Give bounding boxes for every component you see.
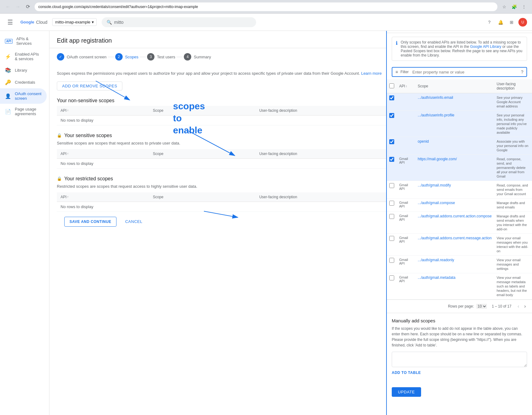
next-page-button[interactable]: › [523,302,527,310]
row-desc-5: Manage drafts and send emails [494,199,532,212]
table-row: Gmail API .../auth/gmail.addons.current.… [387,234,532,256]
row-scope-2: openid [415,137,494,155]
col-header-desc: User-facing description [494,79,532,93]
project-selector[interactable]: mitto-imap-example ▾ [52,18,96,26]
row-checkbox-3[interactable] [389,157,394,162]
notifications-icon[interactable]: 🔔 [496,18,505,27]
row-scope-1: .../auth/userinfo.profile [415,111,494,137]
manually-add-section: Manually add scopes If the scopes you wo… [387,313,532,382]
row-desc-0: See your primary Google Account email ad… [494,93,532,111]
table-row: Gmail API .../auth/gmail.addons.current.… [387,212,532,234]
row-checkbox-0[interactable] [389,95,394,100]
save-continue-button[interactable]: SAVE AND CONTINUE [64,217,116,227]
step-circle-3: 3 [147,53,154,61]
row-scope-3: https://mail.google.com/ [415,155,494,181]
right-panel: Update selected scopes ✕ ℹ Only scopes f… [386,14,532,415]
row-desc-4: Read, compose, and send emails from your… [494,181,532,199]
sidebar-item-library[interactable]: 📚 Library [0,64,47,76]
info-text: Only scopes for enabled APIs are listed … [401,40,523,57]
prev-page-button[interactable]: ‹ [516,302,520,310]
manually-add-title: Manually add scopes [392,318,527,323]
oauth-icon: 👤 [5,93,11,99]
sidebar-item-credentials[interactable]: 🔑 Credentials [0,76,47,88]
lock-icon-restricted: 🔒 [57,176,62,181]
row-checkbox-8[interactable] [389,258,394,263]
row-checkbox-cell [387,137,397,155]
row-scope-8: .../auth/gmail.readonly [415,256,494,273]
sidebar-label-api-services: APIs & Services [16,36,42,46]
page-usage-icon: 📄 [5,109,11,115]
enabled-apis-icon: ⚡ [5,54,11,60]
help-icon[interactable]: ? [485,18,494,27]
back-button[interactable]: ← [4,2,12,11]
row-checkbox-7[interactable] [389,236,394,241]
google-api-library-link[interactable]: Google API Library [470,44,501,49]
sidebar-item-page-usage[interactable]: 📄 Page usage agreements [0,104,47,119]
row-scope-6: .../auth/gmail.addons.current.action.com… [415,212,494,234]
table-row: Gmail API .../auth/gmail.modify Read, co… [387,181,532,199]
row-checkbox-cell [387,212,397,234]
row-checkbox-2[interactable] [389,139,394,144]
row-scope-9: .../auth/gmail.metadata [415,273,494,300]
update-button[interactable]: UPDATE [392,387,421,397]
row-checkbox-cell [387,256,397,273]
step-label-2: Scopes [125,55,138,59]
avatar[interactable]: U [518,18,527,27]
col-header-scope: Scope [415,79,494,93]
table-row: Gmail API .../auth/gmail.metadata View y… [387,273,532,300]
search-text: mitto [114,20,124,25]
add-scope-button[interactable]: ADD OR REMOVE SCOPES [57,82,122,90]
row-checkbox-cell [387,234,397,256]
row-desc-2: Associate you with your personal info on… [494,137,532,155]
learn-more-link[interactable]: Learn more [361,71,382,76]
row-checkbox-5[interactable] [389,201,394,206]
row-api-2 [397,137,415,155]
step-oauth: ✓ OAuth consent screen [57,53,107,61]
sidebar-item-enabled-apis[interactable]: ⚡ Enabled APIs & services [0,49,47,64]
sidebar-item-oauth-consent[interactable]: 👤 OAuth consent screen [0,88,47,104]
step-test-users: 3 Test users [147,53,175,61]
step-scopes: 2 Scopes [115,53,138,61]
search-bar[interactable]: 🔍 mitto [102,17,256,27]
row-desc-1: See your personal info, including any pe… [494,111,532,137]
sidebar-label-oauth: OAuth consent screen [15,91,42,101]
sidebar-item-api-services[interactable]: API APIs & Services [0,33,47,49]
col-scope-s: Scope [149,149,255,159]
apps-icon[interactable]: ⊞ [507,18,516,27]
step-sep-1 [108,57,114,57]
cancel-button[interactable]: CANCEL [120,217,147,226]
bookmark-icon[interactable]: ☆ [500,2,509,11]
row-api-4: Gmail API [397,181,415,199]
rows-per-page-label: Rows per page: [448,304,474,308]
info-icon: ℹ [396,40,398,46]
add-to-table-button[interactable]: ADD TO TABLE [392,368,421,377]
col-api: API↑ [57,106,149,115]
select-all-checkbox[interactable] [389,83,394,88]
rows-per-page-select[interactable]: 10 25 50 [476,304,487,309]
row-scope-5: .../auth/gmail.compose [415,199,494,212]
row-api-9: Gmail API [397,273,415,300]
col-api-r: API↑ [57,192,149,202]
reload-button[interactable]: ⟳ [23,2,32,11]
filter-bar[interactable]: ≡ Filter ? [392,67,527,77]
col-scope-r: Scope [149,192,255,202]
extensions-icon[interactable]: 🧩 [510,2,518,11]
more-icon[interactable]: ⋮ [520,2,528,11]
sidebar-label-enabled-apis: Enabled APIs & services [15,52,42,61]
col-header-checkbox [387,79,397,93]
step-circle-1: ✓ [57,53,64,61]
lock-icon-sensitive: 🔒 [57,133,62,138]
row-checkbox-4[interactable] [389,183,394,188]
address-bar[interactable]: console.cloud.google.com/apis/credential… [35,2,497,11]
forward-button[interactable]: → [14,2,22,11]
menu-icon[interactable]: ☰ [5,16,15,28]
row-desc-7: View your email messages when you intera… [494,234,532,256]
manually-add-textarea[interactable] [392,352,527,367]
filter-help-icon[interactable]: ? [521,69,523,74]
step-label-1: OAuth consent screen [67,55,107,59]
row-checkbox-9[interactable] [389,275,394,280]
row-checkbox-6[interactable] [389,214,394,219]
row-checkbox-1[interactable] [389,113,394,118]
row-api-0 [397,93,415,111]
filter-input[interactable] [412,70,518,74]
